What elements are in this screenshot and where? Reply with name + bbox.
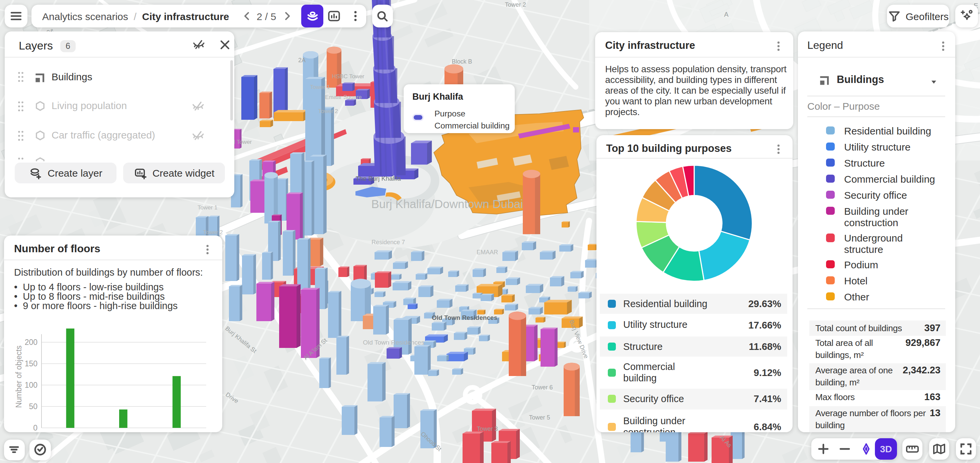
- svg-text:The Burj Khalifa: The Burj Khalifa: [355, 175, 401, 182]
- svg-text:Block B: Block B: [452, 58, 472, 65]
- svg-text:2A: 2A: [298, 57, 305, 63]
- svg-text:150: 150: [25, 359, 38, 368]
- svg-text:Tower 1: Tower 1: [310, 84, 330, 90]
- svg-text:Number of objects: Number of objects: [14, 346, 23, 408]
- svg-text:Tower 2: Tower 2: [318, 108, 338, 114]
- svg-text:Old Town Residences: Old Town Residences: [363, 339, 424, 346]
- svg-text:Emaar Square: Emaar Square: [325, 94, 362, 100]
- svg-text:Residence 7: Residence 7: [372, 239, 405, 246]
- svg-text:50: 50: [29, 402, 38, 411]
- svg-text:100: 100: [25, 381, 38, 389]
- svg-text:0: 0: [33, 423, 38, 432]
- svg-text:Tower 1: Tower 1: [197, 205, 218, 211]
- svg-text:EMAAR: EMAAR: [477, 249, 498, 255]
- svg-text:Tower 6: Tower 6: [531, 384, 553, 391]
- svg-text:200: 200: [25, 338, 38, 347]
- svg-text:Tower 5: Tower 5: [529, 414, 550, 421]
- svg-text:A: A: [724, 11, 729, 18]
- svg-text:Tower 2: Tower 2: [203, 229, 223, 236]
- svg-text:Burj Khalifa/Downtown Dubai: Burj Khalifa/Downtown Dubai: [371, 197, 523, 211]
- svg-text:Tower 2: Tower 2: [505, 2, 526, 8]
- svg-text:HSBC Tower: HSBC Tower: [332, 73, 364, 79]
- svg-text:Old Town Residences: Old Town Residences: [432, 314, 497, 321]
- svg-text:Tower 3: Tower 3: [477, 425, 498, 432]
